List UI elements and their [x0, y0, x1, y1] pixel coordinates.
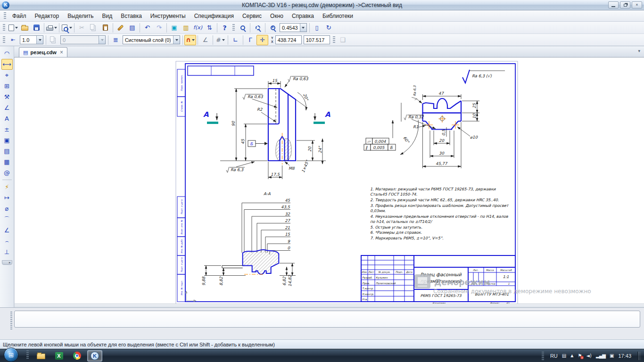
variables-button[interactable]: f(x) [192, 23, 204, 33]
angle-snap-button[interactable]: ∠ [199, 35, 211, 45]
dimensions-tool-button[interactable]: ⟷ [1, 59, 13, 70]
zoom-scale-combo[interactable]: 0.4543 [280, 23, 307, 32]
layer-name-combo[interactable]: Системный слой (0) [123, 35, 180, 44]
measurement-tool-button[interactable]: ∠ [1, 102, 13, 113]
layer-name-dropdown[interactable] [173, 36, 180, 44]
show-desktop-button[interactable] [637, 352, 641, 360]
restore-button[interactable] [620, 1, 630, 8]
tab-overflow-button[interactable]: ▾ [638, 49, 640, 53]
drawing-canvas[interactable]: Перв. примен. Справ. № Подп. и дата Взам… [14, 58, 644, 307]
numbering-button[interactable]: ⇅ [204, 23, 215, 33]
layer-state-button[interactable] [48, 35, 59, 45]
snap-button[interactable]: ∩ [184, 35, 196, 45]
parametrization-tool-button[interactable]: ⚒ [1, 91, 13, 102]
cut-button[interactable]: ✂ [76, 23, 88, 33]
zoom-selection-button[interactable] [252, 23, 264, 33]
menu-editor[interactable]: Редактор [31, 11, 64, 21]
menu-select[interactable]: Выделить [63, 11, 98, 21]
format-painter-button[interactable] [115, 23, 126, 33]
close-button[interactable]: × [632, 1, 642, 8]
print-button[interactable] [46, 23, 58, 33]
editing-tool-button[interactable]: ⊞ [1, 81, 13, 91]
language-indicator[interactable]: RU [550, 353, 558, 359]
insert-tool-button[interactable]: @ [1, 167, 13, 178]
redo-button[interactable]: ↷ [153, 23, 165, 33]
undo-button[interactable]: ↶ [141, 23, 153, 33]
front-dim-45: 45 [240, 139, 245, 144]
layer-number-dropdown[interactable] [99, 36, 105, 44]
show-hidden-icons-button[interactable]: ▲ [570, 354, 573, 358]
tray-grip [542, 352, 544, 360]
menu-view[interactable]: Вид [98, 11, 117, 21]
context-help-button[interactable]: ? [219, 23, 231, 33]
tab-rezec-cdw[interactable]: ▤ резец.cdw × [19, 47, 67, 57]
refresh-view-button[interactable]: ↻ [323, 23, 335, 33]
arc-dimension-button[interactable]: ⌢ [1, 236, 13, 247]
reports-tool-button[interactable]: ▦ [1, 156, 13, 167]
volume-icon[interactable]: ◄) [586, 353, 592, 358]
menu-libraries[interactable]: Библиотеки [318, 11, 357, 21]
correction-tool-button[interactable]: ± [1, 124, 13, 135]
zoom-scale-dropdown[interactable] [300, 24, 306, 32]
taskbar-kompas-button[interactable]: K [87, 350, 102, 362]
tab-close-icon[interactable]: × [60, 49, 63, 56]
local-cs-button[interactable]: ∟ [230, 35, 241, 45]
current-step-button[interactable]: ⇤ [7, 35, 19, 45]
diameter-dimension-button[interactable]: ⌀ [1, 203, 13, 214]
linear-dimension-button[interactable]: ↦ [1, 192, 13, 203]
coord-y-field[interactable]: 438.724 [275, 35, 302, 44]
current-step-dropdown[interactable] [36, 36, 43, 44]
menu-file[interactable]: Файл [8, 11, 31, 21]
toolbar-expand-button[interactable]: ▸ [2, 260, 12, 265]
print-preview-button[interactable] [61, 23, 73, 33]
open-document-button[interactable] [19, 23, 31, 33]
designations-tool-button[interactable]: ⌖ [1, 70, 13, 81]
auto-dimension-button[interactable]: ⚡ [1, 181, 13, 192]
clock[interactable]: 17:43 [618, 353, 631, 359]
network-icon[interactable]: ▂▄▆ [596, 353, 605, 358]
fit-document-button[interactable]: ▯ [311, 23, 323, 33]
action-center-flag-icon[interactable]: ⚑✕ [578, 353, 582, 358]
specification-window-button[interactable]: ▤ [126, 23, 138, 33]
zoom-in-button[interactable]: + [267, 23, 279, 33]
snap-rounding-button[interactable]: ✛ [256, 35, 268, 45]
property-panel-grip[interactable] [10, 312, 12, 330]
property-message-field[interactable] [14, 311, 640, 328]
paste-button[interactable] [99, 23, 111, 33]
document-manager-button[interactable]: ▣ [168, 23, 180, 33]
horizontal-scrollbar[interactable] [15, 304, 644, 307]
menu-insert[interactable]: Вставка [116, 11, 146, 21]
copy-button[interactable] [88, 23, 99, 33]
menu-window[interactable]: Окно [266, 11, 288, 21]
menu-specification[interactable]: Спецификация [190, 11, 238, 21]
new-document-button[interactable] [7, 23, 19, 33]
document-properties-button[interactable]: ▥ [180, 23, 192, 33]
selection-tool-button[interactable]: A [1, 113, 13, 124]
geometry-tool-button[interactable]: ◠ [1, 48, 13, 59]
keyboard-layout-icon[interactable]: ▤ [562, 353, 566, 358]
taskbar-excel-button[interactable]: X [51, 350, 66, 362]
taskbar-explorer-button[interactable] [33, 350, 49, 362]
current-step-combo[interactable]: 1.0 [20, 35, 43, 44]
save-document-button[interactable] [31, 23, 42, 33]
grid-button[interactable]: # [215, 35, 226, 45]
fragment-tool-button[interactable]: ▣ [1, 135, 13, 146]
menu-service[interactable]: Сервис [238, 11, 266, 21]
start-button[interactable]: ⊞ [4, 347, 18, 362]
taskbar-chrome-button[interactable] [69, 350, 84, 362]
angular-dimension-button[interactable]: ∠ [1, 225, 13, 236]
specification-tool-button[interactable]: ▤ [1, 146, 13, 156]
menu-help[interactable]: Справка [288, 11, 318, 21]
menu-tools[interactable]: Инструменты [146, 11, 190, 21]
zoom-frame-button[interactable] [237, 23, 248, 33]
ortho-drawing-button[interactable]: Г [245, 35, 256, 45]
layer-number-combo[interactable]: 0 [60, 35, 106, 44]
safely-remove-icon[interactable]: ▣ [610, 353, 614, 358]
radial-dimension-button[interactable]: ⌒ [1, 214, 13, 225]
coord-x-field[interactable]: 107.517 [304, 35, 330, 44]
minimize-button[interactable] [608, 1, 619, 8]
datum-symbol-button[interactable]: ⊥ [1, 247, 13, 257]
tol1-value: 0,004 [374, 139, 386, 144]
layers-button[interactable]: ≣ [110, 35, 122, 45]
callout-button[interactable]: ❑ [337, 35, 349, 45]
